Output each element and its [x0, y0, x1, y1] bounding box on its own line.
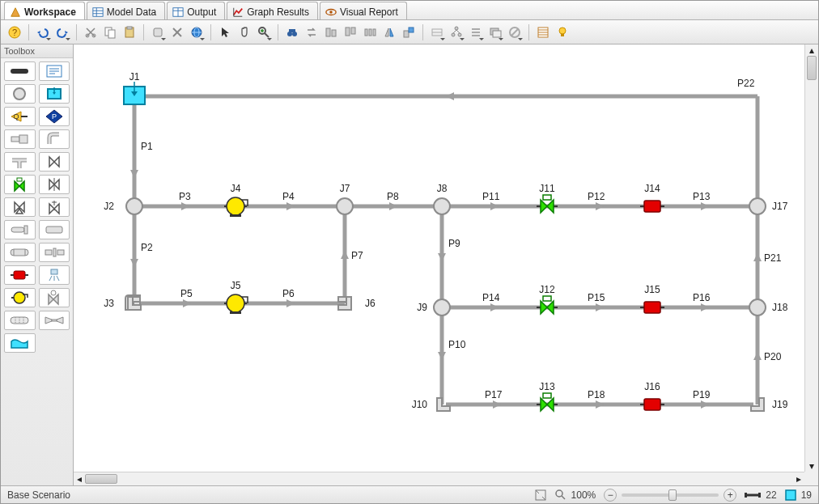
cut-button[interactable]	[82, 23, 100, 41]
tool-weir[interactable]	[4, 333, 36, 353]
tip-button[interactable]	[554, 23, 571, 41]
tab-workspace[interactable]: Workspace	[4, 2, 85, 19]
junction-J8[interactable]	[434, 198, 450, 214]
junction-J9[interactable]	[434, 299, 450, 316]
tool-assigned-pressure[interactable]: P	[39, 107, 70, 126]
scroll-up-icon[interactable]: ▴	[805, 44, 818, 56]
workspace-canvas[interactable]: J1 J2 J3 J4 J5 J6 J7 J8 J9 J10 J11 J12 J…	[74, 44, 804, 472]
junction-J13[interactable]	[537, 393, 558, 411]
align-icon	[325, 26, 337, 39]
tab-model-data[interactable]: Model Data	[87, 2, 165, 19]
delete-button[interactable]	[168, 23, 186, 41]
slider-knob[interactable]	[668, 489, 677, 501]
junction-J14[interactable]	[640, 201, 664, 212]
pointer-button[interactable]	[216, 23, 234, 41]
junction-J18[interactable]	[749, 299, 766, 316]
tool-branch[interactable]	[4, 84, 36, 104]
tool-venturi[interactable]	[39, 311, 70, 330]
tool-bend[interactable]	[39, 129, 70, 149]
tool-tee[interactable]	[4, 152, 36, 172]
tool-pipe[interactable]	[4, 61, 36, 81]
scrollbar-vertical[interactable]: ▴ ▾	[804, 44, 818, 472]
pan-button[interactable]	[236, 23, 253, 41]
tool-valve[interactable]	[39, 152, 70, 172]
label-J3: J3	[104, 298, 114, 309]
svg-rect-145	[644, 302, 660, 313]
find-button[interactable]	[283, 23, 301, 41]
tool-check-valve[interactable]	[4, 265, 36, 285]
align-button-1[interactable]	[322, 23, 340, 41]
tool-annotation[interactable]	[39, 61, 70, 81]
globe-button[interactable]	[188, 23, 206, 41]
duplicate-button[interactable]	[149, 23, 167, 41]
copy-button[interactable]	[101, 23, 119, 41]
zoom-in-button[interactable]: +	[724, 489, 736, 502]
junction-J7[interactable]	[337, 198, 353, 214]
scroll-right-icon[interactable]: ▸	[793, 472, 804, 485]
junction-J1[interactable]	[124, 82, 145, 104]
tool-relief-valve[interactable]	[39, 197, 70, 217]
tool-general[interactable]	[39, 220, 70, 239]
forbidden-button[interactable]	[506, 23, 524, 41]
tool-assigned-flow[interactable]: Q	[4, 107, 36, 126]
junction-J2[interactable]	[126, 198, 142, 214]
properties-button[interactable]	[534, 23, 552, 41]
label-J17: J17	[772, 201, 788, 212]
tool-control-valve[interactable]	[4, 175, 36, 194]
separator	[28, 24, 29, 40]
distribute-button[interactable]	[361, 23, 379, 41]
tool-area-change[interactable]	[4, 129, 36, 149]
undo-button[interactable]	[34, 23, 52, 41]
layer-button[interactable]	[486, 23, 504, 41]
junction-J11[interactable]	[537, 195, 558, 213]
label-P16: P16	[693, 292, 711, 303]
paste-button[interactable]	[121, 23, 138, 41]
svg-rect-33	[332, 30, 336, 36]
junction-J15[interactable]	[640, 302, 664, 313]
layout-button-2[interactable]	[448, 23, 465, 41]
zoom-button[interactable]	[255, 23, 273, 41]
tool-reservoir[interactable]	[39, 84, 70, 104]
scroll-down-icon[interactable]: ▾	[805, 460, 818, 472]
scroll-thumb[interactable]	[807, 56, 817, 80]
junction-J4[interactable]	[224, 197, 248, 217]
swap-button[interactable]	[303, 23, 320, 41]
tool-three-way[interactable]	[4, 197, 36, 217]
tool-orifice[interactable]	[39, 243, 70, 262]
tool-screen[interactable]	[4, 311, 36, 330]
status-junction-count: 19	[801, 489, 812, 501]
tab-visual-report[interactable]: Visual Report	[320, 2, 407, 19]
align-button-2[interactable]	[342, 23, 359, 41]
layout-button-3[interactable]	[467, 23, 485, 41]
zoom-out-button[interactable]: −	[604, 489, 617, 502]
tab-output[interactable]: Output	[167, 2, 225, 19]
scrollbar-horizontal[interactable]: ◂ ▸	[74, 472, 804, 485]
scroll-thumb[interactable]	[85, 474, 117, 484]
valve-closed-icon	[46, 176, 62, 193]
svg-point-66	[14, 88, 25, 100]
zoom-slider[interactable]	[622, 493, 719, 497]
redo-button[interactable]	[53, 23, 71, 41]
fit-icon[interactable]	[534, 489, 547, 502]
junction-J12[interactable]	[537, 296, 558, 314]
tool-pump-as-turbine[interactable]	[39, 288, 70, 307]
tool-heat-exchanger[interactable]	[4, 243, 36, 262]
tool-spray[interactable]	[39, 265, 70, 285]
help-button[interactable]: ?	[6, 23, 23, 41]
tool-pump[interactable]	[4, 288, 36, 307]
forbidden-icon	[508, 26, 521, 39]
scale-button[interactable]	[400, 23, 418, 41]
label-P7: P7	[351, 250, 363, 261]
tool-valve-closed[interactable]	[39, 175, 70, 194]
toolbar: ?	[1, 20, 818, 44]
layout-button-1[interactable]	[428, 23, 446, 41]
scroll-left-icon[interactable]: ◂	[74, 472, 85, 485]
flip-button[interactable]	[380, 23, 398, 41]
junction-J17[interactable]	[749, 198, 766, 214]
junction-J16[interactable]	[640, 399, 664, 410]
undo-icon	[36, 26, 49, 39]
tool-dead-end[interactable]	[4, 220, 36, 239]
svg-rect-31	[289, 29, 295, 32]
junction-J5[interactable]	[224, 294, 248, 314]
tab-graph-results[interactable]: Graph Results	[227, 2, 318, 19]
